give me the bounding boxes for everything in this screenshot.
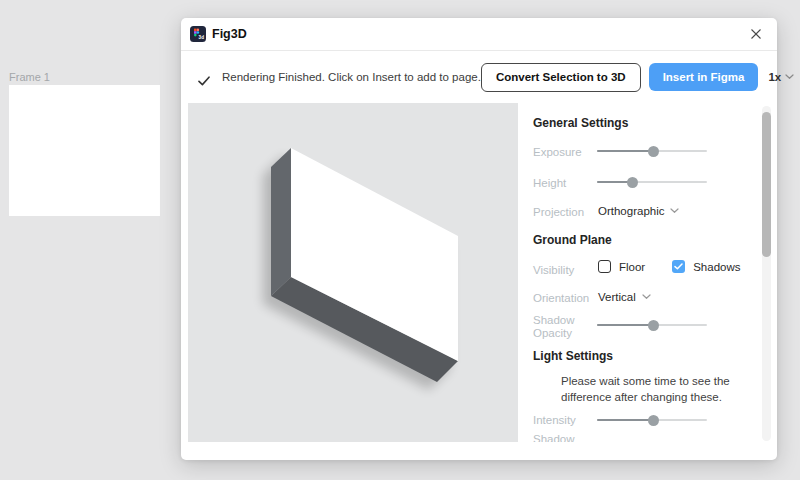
visibility-checkboxes: Floor Shadows (598, 260, 741, 273)
orientation-label: Orientation (533, 292, 595, 305)
scale-value: 1x (768, 71, 781, 83)
shadows-checkbox-label[interactable]: Shadows (693, 261, 740, 273)
render-preview[interactable] (188, 103, 518, 442)
status-message: Rendering Finished. Click on Insert to a… (222, 71, 481, 83)
projection-dropdown[interactable]: Orthographic (598, 205, 679, 217)
floor-checkbox[interactable] (598, 260, 611, 273)
projection-label: Projection (533, 206, 595, 219)
settings-panel: General Settings Exposure Height Project… (518, 103, 777, 442)
fig3d-app-icon: 3d (190, 26, 206, 42)
intensity-label: Intensity (533, 414, 595, 427)
main-content: General Settings Exposure Height Project… (181, 103, 777, 442)
frame-1-canvas-object[interactable] (9, 85, 160, 216)
plugin-title: Fig3D (212, 27, 247, 41)
orientation-value: Vertical (598, 291, 636, 303)
shadows-checkbox[interactable] (672, 260, 685, 273)
intensity-slider[interactable] (597, 414, 707, 426)
check-icon (198, 72, 210, 82)
toolbar: Rendering Finished. Click on Insert to a… (181, 51, 777, 103)
light-settings-note: Please wait some time to see the differe… (561, 374, 749, 405)
exposure-label: Exposure (533, 146, 595, 159)
chevron-down-icon (785, 74, 794, 80)
shadow-partial-label: Shadow (533, 433, 595, 442)
close-icon[interactable] (747, 25, 765, 43)
height-slider[interactable] (597, 176, 707, 188)
settings-scrollbar (762, 106, 771, 441)
section-header-light: Light Settings (533, 349, 613, 363)
shadow-opacity-slider[interactable] (597, 319, 707, 331)
orientation-dropdown[interactable]: Vertical (598, 291, 651, 303)
visibility-label: Visibility (533, 264, 595, 277)
scale-dropdown[interactable]: 1x (768, 71, 794, 83)
frame-title[interactable]: Frame 1 (9, 71, 50, 83)
fig3d-plugin-window: 3d Fig3D Rendering Finished. Click on In… (181, 18, 777, 460)
scrollbar-thumb[interactable] (762, 112, 771, 257)
floor-checkbox-label[interactable]: Floor (619, 261, 645, 273)
height-label: Height (533, 177, 595, 190)
chevron-down-icon (642, 294, 651, 300)
exposure-slider[interactable] (597, 145, 707, 157)
projection-value: Orthographic (598, 205, 664, 217)
section-header-general: General Settings (533, 116, 628, 130)
section-header-ground-plane: Ground Plane (533, 233, 612, 247)
rendered-3d-box (188, 103, 518, 442)
titlebar: 3d Fig3D (181, 18, 777, 51)
shadow-opacity-label: Shadow Opacity (533, 314, 595, 339)
svg-text:3d: 3d (199, 35, 205, 40)
chevron-down-icon (670, 208, 679, 214)
insert-in-figma-button[interactable]: Insert in Figma (649, 63, 759, 91)
convert-selection-button[interactable]: Convert Selection to 3D (481, 63, 641, 92)
